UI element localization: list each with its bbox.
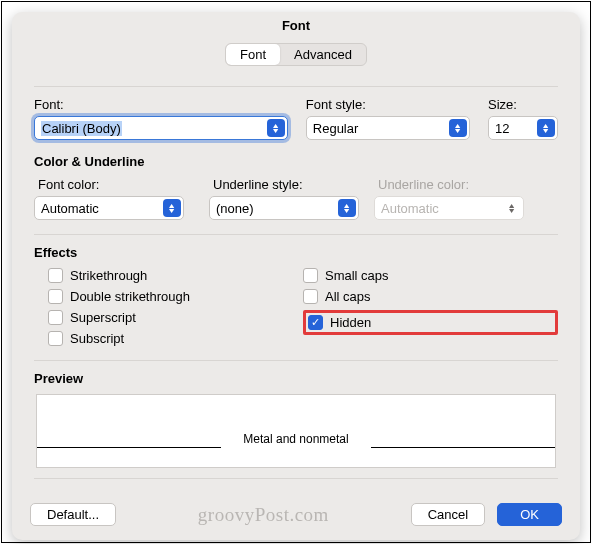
underline-style-combobox[interactable]: (none) ▴▾	[209, 196, 359, 220]
tab-font[interactable]: Font	[226, 44, 280, 65]
effects-heading: Effects	[34, 245, 558, 260]
dropdown-icon: ▴▾	[537, 119, 555, 137]
hidden-highlight: ✓Hidden	[303, 310, 558, 335]
all-caps-label: All caps	[325, 289, 371, 304]
small-caps-label: Small caps	[325, 268, 389, 283]
watermark-text: groovyPost.com	[128, 504, 399, 526]
underline-color-combobox: Automatic ▴▾	[374, 196, 524, 220]
font-style-combobox[interactable]: Regular ▴▾	[306, 116, 470, 140]
subscript-label: Subscript	[70, 331, 124, 346]
divider	[34, 234, 558, 235]
dropdown-icon: ▴▾	[503, 199, 521, 217]
font-style-value: Regular	[313, 121, 359, 136]
tab-bar: Font Advanced	[12, 37, 580, 68]
strikethrough-label: Strikethrough	[70, 268, 147, 283]
small-caps-checkbox[interactable]: Small caps	[303, 268, 558, 283]
hidden-checkbox[interactable]: ✓Hidden	[308, 315, 371, 330]
font-color-combobox[interactable]: Automatic ▴▾	[34, 196, 184, 220]
dropdown-icon: ▴▾	[163, 199, 181, 217]
subscript-checkbox[interactable]: Subscript	[48, 331, 303, 346]
size-label: Size:	[488, 97, 558, 112]
double-strikethrough-checkbox[interactable]: Double strikethrough	[48, 289, 303, 304]
all-caps-checkbox[interactable]: All caps	[303, 289, 558, 304]
hidden-label: Hidden	[330, 315, 371, 330]
dropdown-icon: ▴▾	[449, 119, 467, 137]
font-label: Font:	[34, 97, 288, 112]
strikethrough-checkbox[interactable]: Strikethrough	[48, 268, 303, 283]
font-style-label: Font style:	[306, 97, 470, 112]
font-dialog: Font Font Advanced Font: Calibri (Body) …	[12, 12, 580, 540]
dropdown-icon: ▴▾	[338, 199, 356, 217]
font-color-label: Font color:	[34, 177, 209, 192]
superscript-checkbox[interactable]: Superscript	[48, 310, 303, 325]
font-combobox[interactable]: Calibri (Body) ▴▾	[34, 116, 288, 140]
divider	[34, 360, 558, 361]
divider	[34, 478, 558, 479]
default-button[interactable]: Default...	[30, 503, 116, 526]
font-value: Calibri (Body)	[41, 121, 122, 136]
preview-line-right	[371, 447, 555, 448]
underline-style-label: Underline style:	[209, 177, 374, 192]
preview-text: Metal and nonmetal	[221, 432, 370, 446]
divider	[34, 86, 558, 87]
preview-heading: Preview	[34, 371, 558, 386]
ok-button[interactable]: OK	[497, 503, 562, 526]
size-value: 12	[495, 121, 509, 136]
dialog-title: Font	[12, 12, 580, 37]
underline-style-value: (none)	[216, 201, 254, 216]
preview-line-left	[37, 447, 221, 448]
screenshot-frame: Font Font Advanced Font: Calibri (Body) …	[1, 1, 591, 543]
font-color-value: Automatic	[41, 201, 99, 216]
size-combobox[interactable]: 12 ▴▾	[488, 116, 558, 140]
tab-advanced[interactable]: Advanced	[280, 44, 366, 65]
check-icon: ✓	[308, 315, 323, 330]
superscript-label: Superscript	[70, 310, 136, 325]
double-strikethrough-label: Double strikethrough	[70, 289, 190, 304]
dropdown-icon: ▴▾	[267, 119, 285, 137]
color-underline-heading: Color & Underline	[34, 154, 558, 169]
cancel-button[interactable]: Cancel	[411, 503, 485, 526]
preview-box: Metal and nonmetal	[36, 394, 556, 468]
underline-color-value: Automatic	[381, 201, 439, 216]
underline-color-label: Underline color:	[374, 177, 558, 192]
